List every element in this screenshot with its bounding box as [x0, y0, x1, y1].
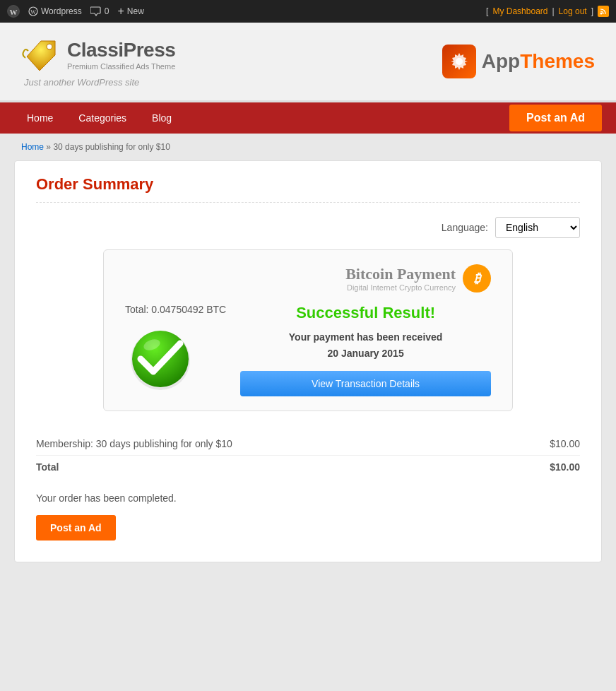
bitcoin-title-main: Bitcoin Payment: [345, 265, 456, 283]
view-transaction-button[interactable]: View Transaction Details: [240, 371, 491, 396]
appthemes-gray: App: [482, 50, 520, 72]
logo-section: ClassiPress Premium Classified Ads Theme…: [21, 35, 175, 88]
order-summary-card: Order Summary Language: English French S…: [14, 160, 602, 562]
bitcoin-header: Bitcoin Payment Digital Internet Crypto …: [125, 264, 491, 293]
nav-links: Home Categories Blog: [14, 102, 184, 134]
my-dashboard-link[interactable]: My Dashboard: [492, 6, 547, 16]
bitcoin-content: Total: 0.04750492 BTC: [125, 304, 491, 396]
log-out-link[interactable]: Log out: [559, 6, 587, 16]
bitcoin-payment-box: Bitcoin Payment Digital Internet Crypto …: [103, 249, 513, 411]
header-inner: ClassiPress Premium Classified Ads Theme…: [21, 35, 595, 88]
main-content: Order Summary Language: English French S…: [0, 160, 616, 577]
payment-line1: Your payment has been received: [240, 329, 491, 345]
post-ad-button-bottom[interactable]: Post an Ad: [36, 515, 116, 541]
site-tagline: Just another WordPress site: [21, 77, 175, 88]
gear-icon: [449, 51, 470, 72]
nav-blog[interactable]: Blog: [139, 102, 184, 134]
card-title: Order Summary: [36, 175, 580, 203]
bracket-close: ]: [591, 6, 593, 16]
order-membership-desc: Membership: 30 days publishing for only …: [36, 438, 523, 449]
nav-categories[interactable]: Categories: [66, 102, 139, 134]
bitcoin-right: Successful Result! Your payment has been…: [240, 304, 491, 396]
payment-date: 20 January 2015: [240, 346, 491, 361]
wordpress-icon: W: [7, 5, 20, 18]
plus-icon: +: [117, 5, 124, 18]
pipe-separator: |: [552, 6, 554, 16]
breadcrumb-current: 30 days publishing for only $10: [53, 142, 170, 152]
appthemes-icon: [442, 45, 476, 78]
comments-icon: [90, 6, 102, 16]
site-subtitle: Premium Classified Ads Theme: [67, 62, 175, 71]
svg-point-5: [47, 44, 52, 49]
wordpress-menu-item[interactable]: W Wordpress: [28, 6, 82, 16]
breadcrumb-home[interactable]: Home: [21, 142, 44, 152]
bitcoin-left: Total: 0.04750492 BTC: [125, 304, 226, 396]
new-label: New: [127, 6, 144, 16]
new-item[interactable]: + New: [117, 5, 143, 18]
rss-icon[interactable]: [598, 6, 609, 17]
order-complete-message: Your order has been completed.: [36, 492, 580, 504]
breadcrumb-separator: »: [46, 142, 51, 152]
language-label: Language:: [442, 222, 488, 233]
site-header: ClassiPress Premium Classified Ads Theme…: [0, 23, 616, 102]
order-total-price: $10.00: [523, 461, 580, 473]
svg-point-4: [600, 13, 603, 15]
logo-top: ClassiPress Premium Classified Ads Theme: [21, 35, 175, 74]
classipress-tag-icon: [21, 35, 60, 74]
success-text: Successful Result!: [240, 304, 491, 322]
order-row-membership: Membership: 30 days publishing for only …: [36, 432, 580, 456]
wp-site-icon: W: [28, 6, 38, 16]
appthemes-orange: Themes: [520, 50, 595, 72]
bitcoin-symbol: ₿: [474, 271, 480, 286]
bitcoin-coin-icon: ₿: [463, 264, 491, 293]
comments-item[interactable]: 0: [90, 6, 109, 16]
admin-bar-right: [ My Dashboard | Log out ]: [486, 6, 609, 17]
site-title: ClassiPress: [67, 38, 175, 62]
success-checkmark: [125, 324, 196, 394]
language-select[interactable]: English French Spanish German: [495, 217, 580, 238]
wp-logo-item[interactable]: W: [7, 5, 20, 18]
bitcoin-title-text: Bitcoin Payment Digital Internet Crypto …: [345, 265, 456, 292]
appthemes-text: AppThemes: [482, 50, 595, 73]
bitcoin-total: Total: 0.04750492 BTC: [125, 304, 226, 315]
breadcrumb: Home » 30 days publishing for only $10: [0, 134, 616, 160]
site-navigation: Home Categories Blog Post an Ad: [0, 102, 616, 134]
comments-count: 0: [105, 6, 109, 16]
bracket-open: [: [486, 6, 488, 16]
order-membership-price: $10.00: [523, 438, 580, 449]
svg-text:W: W: [30, 9, 36, 16]
wordpress-label: Wordpress: [41, 6, 82, 16]
bitcoin-title-sub: Digital Internet Crypto Currency: [345, 283, 456, 292]
order-row-total: Total $10.00: [36, 456, 580, 478]
post-ad-button-nav[interactable]: Post an Ad: [509, 105, 602, 131]
appthemes-logo: AppThemes: [442, 45, 595, 78]
nav-home[interactable]: Home: [14, 102, 66, 134]
admin-bar-left: W W Wordpress 0 + New: [7, 5, 486, 18]
admin-bar: W W Wordpress 0 + New [ My Dashboard | L…: [0, 0, 616, 23]
order-total-desc: Total: [36, 461, 523, 473]
language-row: Language: English French Spanish German: [36, 217, 580, 238]
payment-received: Your payment has been received 20 Januar…: [240, 329, 491, 361]
svg-text:W: W: [10, 8, 18, 16]
site-name: ClassiPress Premium Classified Ads Theme: [67, 38, 175, 71]
order-table: Membership: 30 days publishing for only …: [36, 432, 580, 478]
